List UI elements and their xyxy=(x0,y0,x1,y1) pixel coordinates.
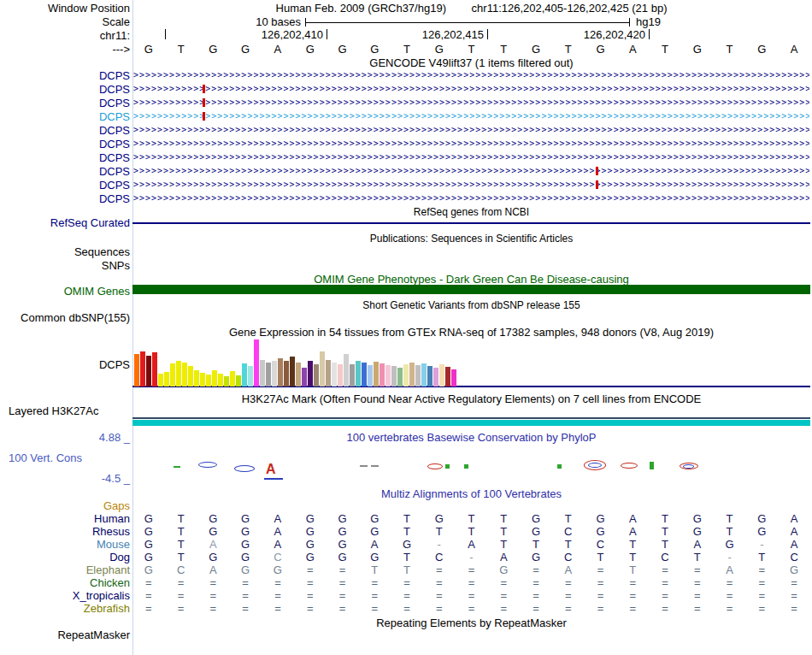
gtex-bar[interactable] xyxy=(272,361,277,387)
gencode-transcript-row[interactable]: >>>>>>>>>>>>>>>>>>>>>>>>>>>>>>>>>>>>>>>>… xyxy=(133,109,809,123)
repeatmasker-track-title[interactable]: Repeating Elements by RepeatMasker xyxy=(132,617,810,629)
dbsnp-track-title[interactable]: Short Genetic Variants from dbSNP releas… xyxy=(132,299,810,311)
gencode-transcript-row[interactable]: >>>>>>>>>>>>>>>>>>>>>>>>>>>>>>>>>>>>>>>>… xyxy=(133,164,809,178)
vert-cons-label[interactable]: 100 Vert. Cons xyxy=(9,451,82,464)
gtex-bar[interactable] xyxy=(326,360,331,387)
gtex-bar[interactable] xyxy=(374,362,379,387)
repeatmasker-label[interactable]: RepeatMasker xyxy=(0,628,130,641)
gtex-bar[interactable] xyxy=(284,361,289,387)
gtex-bar[interactable] xyxy=(308,361,313,387)
gencode-item-label[interactable]: DCPS xyxy=(0,83,130,96)
omim-gene-bar[interactable] xyxy=(132,285,810,294)
refseq-curated-label[interactable]: RefSeq Curated xyxy=(0,216,130,229)
gtex-bar[interactable] xyxy=(427,366,432,387)
gtex-bar[interactable] xyxy=(260,360,265,387)
gtex-bar[interactable] xyxy=(176,361,181,387)
gtex-bar[interactable] xyxy=(433,368,438,387)
gtex-bar[interactable] xyxy=(445,367,450,387)
gtex-bar[interactable] xyxy=(397,368,403,387)
multiz-species-label[interactable]: Human xyxy=(0,512,130,525)
gtex-bar[interactable] xyxy=(290,357,295,387)
refseq-track-title[interactable]: RefSeq genes from NCBI xyxy=(132,206,810,218)
multiz-species-label[interactable]: X_tropicalis xyxy=(0,589,130,602)
gencode-item-label[interactable]: DCPS xyxy=(0,110,130,123)
multiz-species-label[interactable]: Mouse xyxy=(0,538,130,551)
gtex-bar[interactable] xyxy=(368,365,373,387)
gtex-bar[interactable] xyxy=(248,366,253,387)
multiz-species-label[interactable]: Zebrafish xyxy=(0,602,130,615)
gtex-bar[interactable] xyxy=(320,351,325,387)
gtex-bar[interactable] xyxy=(439,364,444,387)
gtex-bar[interactable] xyxy=(278,358,283,387)
gtex-bar[interactable] xyxy=(385,365,391,387)
gencode-item-label[interactable]: DCPS xyxy=(0,151,130,164)
gtex-bar[interactable] xyxy=(409,363,415,387)
gtex-bar[interactable] xyxy=(218,374,223,387)
gencode-item-label[interactable]: DCPS xyxy=(0,179,130,192)
gencode-transcript-row[interactable]: >>>>>>>>>>>>>>>>>>>>>>>>>>>>>>>>>>>>>>>>… xyxy=(133,68,809,82)
layered-h3k27ac-label[interactable]: Layered H3K27Ac xyxy=(9,404,99,417)
gtex-bar[interactable] xyxy=(182,363,187,387)
gencode-item-label[interactable]: DCPS xyxy=(0,69,130,82)
gtex-bar[interactable] xyxy=(212,370,217,387)
layered-h3k27ac-track[interactable] xyxy=(132,420,810,426)
gtex-bar[interactable] xyxy=(194,370,199,387)
snps-label[interactable]: SNPs xyxy=(0,259,130,272)
gtex-bar[interactable] xyxy=(421,363,427,387)
gtex-bar[interactable] xyxy=(242,363,247,387)
gtex-bar[interactable] xyxy=(158,374,163,387)
gencode-transcript-row[interactable]: >>>>>>>>>>>>>>>>>>>>>>>>>>>>>>>>>>>>>>>>… xyxy=(133,192,809,205)
common-dbsnp-label[interactable]: Common dbSNP(155) xyxy=(0,311,130,324)
gtex-bar[interactable] xyxy=(338,364,343,387)
multiz-species-label[interactable]: Elephant xyxy=(0,564,130,576)
multiz-track-title[interactable]: Multiz Alignments of 100 Vertebrates xyxy=(132,487,810,500)
gtex-bar[interactable] xyxy=(391,366,397,387)
gencode-transcript-row[interactable]: >>>>>>>>>>>>>>>>>>>>>>>>>>>>>>>>>>>>>>>>… xyxy=(133,137,809,150)
gtex-bar[interactable] xyxy=(266,363,271,387)
gtex-gene-label[interactable]: DCPS xyxy=(0,358,130,371)
phylop-track-title[interactable]: 100 vertebrates Basewise Conservation by… xyxy=(132,431,810,444)
gtex-bar[interactable] xyxy=(224,376,229,387)
gtex-bar[interactable] xyxy=(134,354,139,387)
gtex-bar[interactable] xyxy=(146,356,151,387)
gtex-bar[interactable] xyxy=(170,363,175,387)
gencode-transcript-row[interactable]: >>>>>>>>>>>>>>>>>>>>>>>>>>>>>>>>>>>>>>>>… xyxy=(133,82,809,96)
gtex-bar[interactable] xyxy=(344,354,349,387)
gtex-bar[interactable] xyxy=(200,373,205,387)
multiz-species-label[interactable]: Dog xyxy=(0,551,130,564)
gtex-bar[interactable] xyxy=(356,361,361,387)
refseq-curated-track[interactable] xyxy=(132,222,810,224)
gtex-bar[interactable] xyxy=(230,371,235,387)
gtex-bar[interactable] xyxy=(362,363,367,387)
omim-genes-label[interactable]: OMIM Genes xyxy=(0,285,130,298)
gtex-bar[interactable] xyxy=(332,363,337,387)
gencode-item-label[interactable]: DCPS xyxy=(0,124,130,137)
gtex-bar[interactable] xyxy=(164,372,169,387)
gtex-track-title[interactable]: Gene Expression in 54 tissues from GTEx … xyxy=(132,326,810,339)
gencode-transcript-row[interactable]: >>>>>>>>>>>>>>>>>>>>>>>>>>>>>>>>>>>>>>>>… xyxy=(133,178,809,192)
gtex-bar[interactable] xyxy=(188,366,193,387)
gencode-transcript-row[interactable]: >>>>>>>>>>>>>>>>>>>>>>>>>>>>>>>>>>>>>>>>… xyxy=(133,150,809,164)
gtex-bar[interactable] xyxy=(152,352,157,387)
multiz-species-label[interactable]: Chicken xyxy=(0,576,130,589)
gencode-item-label[interactable]: DCPS xyxy=(0,138,130,150)
gtex-bar[interactable] xyxy=(380,363,385,387)
gencode-item-label[interactable]: DCPS xyxy=(0,192,130,205)
gtex-bar[interactable] xyxy=(296,363,301,387)
gtex-bar[interactable] xyxy=(451,369,456,387)
gencode-transcript-row[interactable]: >>>>>>>>>>>>>>>>>>>>>>>>>>>>>>>>>>>>>>>>… xyxy=(133,96,809,109)
gtex-bar[interactable] xyxy=(254,339,259,387)
gencode-transcript-row[interactable]: >>>>>>>>>>>>>>>>>>>>>>>>>>>>>>>>>>>>>>>>… xyxy=(133,123,809,137)
multiz-gaps-label[interactable]: Gaps xyxy=(0,499,130,512)
gencode-item-label[interactable]: DCPS xyxy=(0,165,130,178)
gtex-bar[interactable] xyxy=(236,375,241,387)
gtex-bar[interactable] xyxy=(206,375,211,387)
gtex-bar[interactable] xyxy=(314,364,319,387)
publications-track-title[interactable]: Publications: Sequences in Scientific Ar… xyxy=(132,233,810,245)
gtex-bar[interactable] xyxy=(415,365,421,387)
gtex-bar[interactable] xyxy=(302,368,307,387)
gtex-bar[interactable] xyxy=(140,351,145,387)
gencode-track-title[interactable]: GENCODE V49lift37 (1 items filtered out) xyxy=(132,56,810,69)
omim-track-title[interactable]: OMIM Gene Phenotypes - Dark Green Can Be… xyxy=(132,273,810,286)
gtex-bar[interactable] xyxy=(403,364,409,387)
